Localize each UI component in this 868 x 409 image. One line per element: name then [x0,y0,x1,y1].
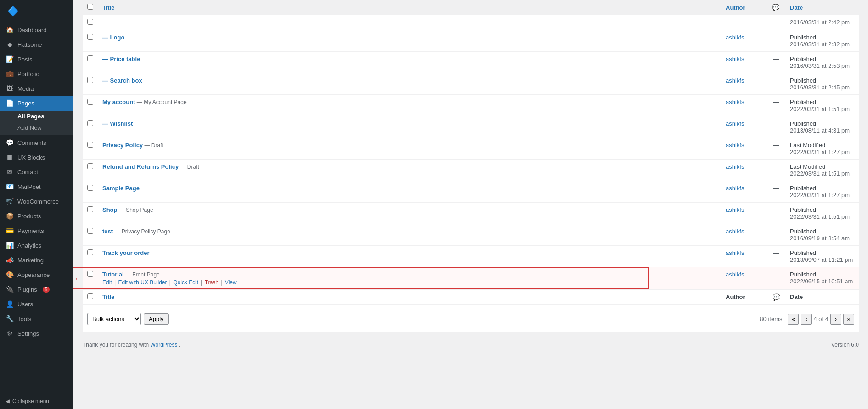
tfoot-date: Date [785,290,859,305]
row-title-link[interactable]: My account [102,99,135,105]
row-checkbox[interactable] [87,34,93,40]
sidebar-item-settings[interactable]: ⚙ Settings [0,326,73,341]
row-title-link[interactable]: — Search box [102,77,142,84]
row-title-cell: Privacy Policy — Draft [98,138,721,160]
row-checkbox[interactable] [87,249,93,255]
author-link[interactable]: ashikfs [726,34,744,41]
sidebar-item-label: WooCommerce [17,198,59,205]
row-title-link[interactable]: Refund and Returns Policy [102,163,179,170]
author-link[interactable]: ashikfs [726,163,744,170]
row-date: 2013/08/11 at 4:31 pm [790,127,854,134]
row-checkbox[interactable] [87,185,93,191]
row-checkbox[interactable] [87,206,93,212]
sidebar-item-plugins[interactable]: 🔌 Plugins 5 [0,282,73,297]
th-author[interactable]: Author [721,0,767,15]
contact-icon: ✉ [6,168,14,176]
row-checkbox-cell [83,30,98,52]
row-checkbox[interactable] [87,163,93,169]
sidebar-sub-all-pages[interactable]: All Pages [0,111,73,122]
row-checkbox[interactable] [87,142,93,148]
top-row-checkbox[interactable] [87,19,93,25]
author-link[interactable]: ashikfs [726,249,744,256]
sidebar-item-media[interactable]: 🖼 Media [0,81,73,96]
sidebar-item-users[interactable]: 👤 Users [0,297,73,311]
sidebar-item-tools[interactable]: 🔧 Tools [0,311,73,326]
sidebar-item-comments[interactable]: 💬 Comments [0,135,73,150]
sidebar-item-posts[interactable]: 📝 Posts [0,52,73,66]
prev-page-button[interactable]: ‹ [801,314,812,325]
author-link[interactable]: ashikfs [726,185,744,192]
row-title-link[interactable]: Shop [102,206,118,213]
sidebar-item-portfolio[interactable]: 💼 Portfolio [0,66,73,81]
top-row-date: 2016/03/31 at 2:42 pm [785,15,859,30]
row-checkbox[interactable] [87,55,93,61]
row-title-link[interactable]: test [102,228,113,235]
row-title-link[interactable]: Tutorial [102,271,124,278]
th-date[interactable]: Date [785,0,859,15]
author-link[interactable]: ashikfs [726,77,744,84]
sidebar-item-dashboard[interactable]: 🏠 Dashboard [0,22,73,37]
th-checkbox [83,0,98,15]
sidebar-item-products[interactable]: 📦 Products [0,209,73,223]
row-title-link[interactable]: Sample Page [102,185,140,192]
first-page-button[interactable]: « [788,314,799,325]
bulk-actions-select[interactable]: Bulk actions Edit Move to Trash [87,313,141,325]
apply-button[interactable]: Apply [144,313,169,325]
pages-submenu: All Pages Add New [0,111,73,135]
row-author-cell: ashikfs [721,181,767,203]
row-checkbox[interactable] [87,99,93,105]
bulk-actions-wrap: Bulk actions Edit Move to Trash Apply [83,309,174,329]
author-link[interactable]: ashikfs [726,271,744,278]
th-title[interactable]: Title [98,0,721,15]
row-status: Published [790,99,854,105]
row-title-cell: My account — My Account Page [98,95,721,116]
row-checkbox[interactable] [87,120,93,126]
row-date-cell: Published2022/03/31 at 1:51 pm [785,95,859,116]
row-title-cell: Track your order [98,246,721,267]
sidebar-sub-add-new[interactable]: Add New [0,122,73,133]
row-title-link[interactable]: — Wishlist [102,120,133,127]
sidebar-item-flatsome[interactable]: ◆ Flatsome [0,37,73,52]
row-action-view[interactable]: View [225,279,237,286]
sidebar-item-mailpoet[interactable]: 📧 MailPoet [0,179,73,194]
row-title-link[interactable]: Privacy Policy [102,142,143,149]
version-text: Version 6.0 [831,336,859,350]
author-link[interactable]: ashikfs [726,142,744,149]
row-checkbox-cell [83,160,98,181]
row-comments-cell: — [767,181,785,203]
sidebar-item-payments[interactable]: 💳 Payments [0,223,73,238]
sidebar-item-analytics[interactable]: 📊 Analytics [0,238,73,253]
sidebar-item-pages[interactable]: 📄 Pages [0,96,73,111]
row-date-cell: Published2016/03/31 at 2:53 pm [785,52,859,73]
row-title-link[interactable]: — Price table [102,55,140,62]
collapse-menu-button[interactable]: ◀ Collapse menu [0,393,73,409]
row-checkbox[interactable] [87,228,93,234]
author-link[interactable]: ashikfs [726,55,744,62]
row-title-link[interactable]: — Logo [102,34,124,41]
author-link[interactable]: ashikfs [726,99,744,105]
action-separator: | [113,279,118,286]
row-action-quick-edit[interactable]: Quick Edit [173,279,198,286]
select-all-checkbox[interactable] [87,4,93,10]
author-link[interactable]: ashikfs [726,120,744,127]
select-all-bottom-checkbox[interactable] [87,293,93,299]
sidebar-item-label: Appearance [17,271,50,278]
row-title-link[interactable]: Track your order [102,249,150,256]
next-page-button[interactable]: › [830,314,841,325]
sidebar-item-appearance[interactable]: 🎨 Appearance [0,267,73,282]
sidebar-item-woocommerce[interactable]: 🛒 WooCommerce [0,194,73,209]
author-link[interactable]: ashikfs [726,206,744,213]
row-action-trash[interactable]: Trash [205,279,218,286]
sidebar-item-contact[interactable]: ✉ Contact [0,165,73,179]
row-status: Last Modified [790,142,854,149]
row-status: Published [790,271,854,278]
sidebar-item-marketing[interactable]: 📣 Marketing [0,253,73,267]
sidebar-item-ux-blocks[interactable]: ▦ UX Blocks [0,150,73,165]
row-action-edit-with-ux-builder[interactable]: Edit with UX Builder [118,279,167,286]
row-action-edit[interactable]: Edit [102,279,112,286]
last-page-button[interactable]: » [843,314,854,325]
author-link[interactable]: ashikfs [726,228,744,235]
row-checkbox[interactable] [87,77,93,83]
row-checkbox[interactable] [87,271,93,277]
wordpress-link[interactable]: WordPress [150,342,177,348]
